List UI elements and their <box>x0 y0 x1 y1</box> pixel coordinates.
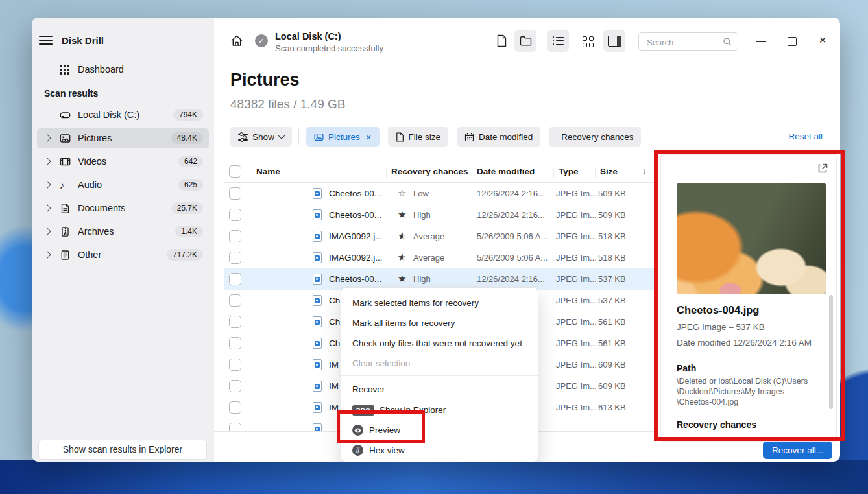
file-count-badge: 48.4K <box>171 132 203 144</box>
sidebar-item-videos[interactable]: ♪ Videos 642 <box>37 152 209 172</box>
remove-filter-icon[interactable]: × <box>366 132 372 142</box>
file-name: IM <box>329 381 339 391</box>
file-count-badge: 25.7K <box>171 202 203 214</box>
sidebar-item-dashboard[interactable]: Dashboard <box>37 60 209 79</box>
column-header-recovery-chances[interactable]: Recovery chances <box>391 167 468 176</box>
filter-chip-date-modified[interactable]: Date modified <box>457 127 540 147</box>
row-checkbox[interactable] <box>229 359 241 371</box>
jpeg-file-icon <box>313 338 322 349</box>
film-icon <box>60 156 71 167</box>
chevron-right-icon[interactable] <box>43 228 51 235</box>
minimize-button[interactable] <box>754 34 768 49</box>
preview-panel: Cheetos-004.jpg JPEG Image – 537 KB Date… <box>660 154 837 442</box>
close-button[interactable]: × <box>815 32 830 49</box>
sidebar-item-other[interactable]: ♪ Other 717.2K <box>37 245 209 265</box>
preview-panel-toggle-button[interactable] <box>603 30 625 52</box>
chevron-right-icon[interactable] <box>43 204 51 211</box>
drive-title: Local Disk (C:) <box>275 31 341 41</box>
context-menu-item-label: Preview <box>369 425 400 435</box>
file-name: Cheetos-00... <box>329 189 381 198</box>
column-header-name[interactable]: Name <box>256 167 280 176</box>
row-checkbox[interactable] <box>229 423 241 431</box>
file-count-badge: 717.2K <box>167 249 203 261</box>
context-menu-item-label: Mark selected items for recovery <box>352 298 479 308</box>
file-count-badge: 625 <box>178 179 203 191</box>
filter-chip-pictures[interactable]: Pictures × <box>306 127 380 147</box>
preview-scrollbar-thumb[interactable] <box>829 295 833 409</box>
chevron-right-icon[interactable] <box>43 134 51 141</box>
menu-item-hex-view[interactable]: # Hex view <box>341 440 538 460</box>
row-checkbox[interactable] <box>229 316 241 328</box>
folder-view-button[interactable] <box>514 30 536 52</box>
chevron-right-icon[interactable] <box>43 181 51 188</box>
file-count-badge: 1.4K <box>175 226 203 237</box>
sidebar-item-pictures[interactable]: ♪ Pictures 48.4K <box>37 128 209 148</box>
recovery-chance-label: Low <box>413 189 429 198</box>
table-row[interactable]: IMAG0092.j... ☆★ Average 5/26/2009 5:06 … <box>224 247 654 268</box>
table-row[interactable]: Cheetos-00... ★ High 12/26/2024 2:16... … <box>224 204 654 226</box>
show-label: Show <box>252 132 274 142</box>
reset-all-link[interactable]: Reset all <box>788 132 823 141</box>
search-input[interactable] <box>645 36 719 49</box>
recover-all-button[interactable]: Recover all... <box>763 441 832 459</box>
row-checkbox[interactable] <box>229 401 241 414</box>
table-row[interactable]: Cheetos-00... ☆ Low 12/26/2024 2:16... J… <box>224 183 654 204</box>
sidebar-item-local-disk-c-[interactable]: ♪ Local Disk (C:) 794K <box>37 105 209 125</box>
page-subtitle: 48382 files / 1.49 GB <box>230 97 345 112</box>
menu-item-mark-selected-items-for-recovery[interactable]: # Mark selected items for recovery <box>341 293 538 313</box>
row-checkbox[interactable] <box>229 380 241 392</box>
file-type: JPEG Im... <box>556 381 597 391</box>
maximize-button[interactable] <box>785 34 799 49</box>
sort-descending-icon[interactable]: ↓ <box>642 166 647 176</box>
row-checkbox[interactable] <box>229 294 241 307</box>
preview-path-line: \Deleted or lost\Local Disk (C)\Users <box>677 376 827 386</box>
select-all-checkbox[interactable] <box>229 165 241 178</box>
scan-status-check-icon: ✓ <box>255 34 268 47</box>
show-filter-dropdown[interactable]: Show <box>230 127 292 147</box>
jpeg-file-icon <box>313 295 322 306</box>
row-checkbox[interactable] <box>229 273 241 285</box>
table-header: Name Recovery chances Date modified Type… <box>224 162 654 183</box>
chevron-right-icon[interactable] <box>43 251 51 258</box>
menu-item-preview[interactable]: # Preview <box>341 420 538 440</box>
disk-icon <box>60 110 71 121</box>
row-checkbox[interactable] <box>229 252 241 264</box>
row-checkbox[interactable] <box>229 209 241 221</box>
column-header-date-modified[interactable]: Date modified <box>477 167 535 176</box>
sidebar-item-list: ♪ Local Disk (C:) 794K <box>37 105 209 268</box>
chevron-right-icon[interactable] <box>43 158 51 165</box>
list-view-button[interactable] <box>547 30 569 52</box>
file-size: 561 KB <box>598 338 626 348</box>
file-size: 518 KB <box>598 231 626 241</box>
table-scrollbar-thumb[interactable] <box>655 228 658 279</box>
filter-chip-file-size[interactable]: File size <box>388 127 449 147</box>
open-in-new-icon[interactable] <box>817 163 828 174</box>
file-size: 609 KB <box>598 381 626 391</box>
show-scan-results-button[interactable]: Show scan results in Explorer <box>39 440 206 459</box>
column-header-size[interactable]: Size <box>600 167 618 176</box>
file-size: 537 KB <box>598 296 626 305</box>
jpeg-file-icon <box>313 188 322 199</box>
pro-badge: PRO <box>352 405 374 416</box>
menu-item-check-only-files-that-were-not-recovered-yet[interactable]: # Check only files that were not recover… <box>341 333 538 353</box>
menu-item-mark-all-items-for-recovery[interactable]: # Mark all items for recovery <box>341 313 538 333</box>
row-checkbox[interactable] <box>229 187 241 200</box>
menu-item-show-in-explorer[interactable]: PRO # Show in Explorer <box>341 400 538 420</box>
table-row[interactable]: IMAG0092.j... ☆★ Average 5/26/2009 5:06 … <box>224 226 654 247</box>
file-view-button[interactable] <box>494 34 509 48</box>
sidebar-item-audio[interactable]: ♪ Audio 625 <box>37 175 209 195</box>
filter-chip-recovery-chances[interactable]: Recovery chances <box>549 127 641 147</box>
grid-view-button[interactable] <box>581 34 595 49</box>
home-icon[interactable] <box>230 34 244 48</box>
sidebar-item-archives[interactable]: ♪ Archives 1.4K <box>37 222 209 242</box>
hamburger-menu-icon[interactable] <box>39 36 53 45</box>
file-type: JPEG Im... <box>556 253 597 263</box>
list-icon <box>553 34 564 47</box>
row-checkbox[interactable] <box>229 337 241 349</box>
row-checkbox[interactable] <box>229 230 241 242</box>
menu-item-recover[interactable]: # Recover <box>341 375 538 400</box>
column-header-type[interactable]: Type <box>559 167 579 176</box>
sidebar-item-documents[interactable]: ♪ Documents 25.7K <box>37 198 209 218</box>
recovery-chance-label: Average <box>413 231 444 241</box>
sidebar: Disk Drill Dashboard Scan results ♪ <box>32 18 214 462</box>
